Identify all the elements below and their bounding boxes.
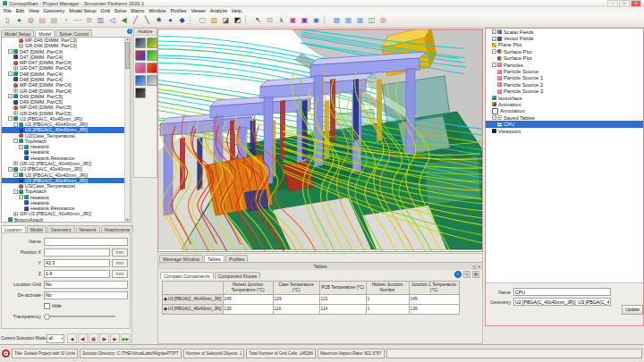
expander-icon[interactable]: − xyxy=(13,173,18,177)
magenta-cube-icon[interactable]: ▣ xyxy=(287,15,299,26)
panel-tab-profiles[interactable]: Profiles xyxy=(225,255,248,262)
viz-tree-item-vector-fields[interactable]: +Vector Fields xyxy=(486,35,643,41)
name-input[interactable] xyxy=(44,238,128,246)
expander-icon[interactable]: − xyxy=(8,167,13,172)
prop-tab-geometry[interactable]: Geometry xyxy=(47,225,75,232)
position-x-input[interactable] xyxy=(44,248,110,257)
viz-tree-item-scalar-fields[interactable]: +Scalar Fields xyxy=(486,29,643,35)
chart-icon[interactable]: ◎ xyxy=(463,271,470,278)
y-input[interactable] xyxy=(44,259,110,267)
expander-icon[interactable]: − xyxy=(8,72,13,76)
panel-menu-icon[interactable]: ▾ xyxy=(479,265,480,269)
paste-icon[interactable]: ▥ xyxy=(95,15,106,26)
viz-tree-item-viewpoint[interactable]: Viewpoint xyxy=(486,128,643,134)
grid-view-2-icon[interactable]: ▦ xyxy=(343,15,354,26)
transparency-slider[interactable] xyxy=(44,316,115,317)
sync-icon[interactable]: ◔ xyxy=(60,15,72,26)
tab-model-setup[interactable]: Model Setup xyxy=(1,29,34,37)
texture-plot-icon[interactable] xyxy=(135,38,146,48)
mute-icon[interactable]: ◁ xyxy=(106,15,118,26)
menu-help[interactable]: Help xyxy=(232,8,242,13)
menu-model-setup[interactable]: Model Setup xyxy=(69,8,96,13)
viz-tree-item-isosurface[interactable]: Isosurface xyxy=(486,95,643,101)
viewport-3d[interactable] xyxy=(157,29,483,252)
viz-tree-item-surface-plot[interactable]: −Surface Plot xyxy=(486,48,643,55)
export-table-icon[interactable]: ▦ xyxy=(472,271,479,278)
expander-icon[interactable]: − xyxy=(8,94,13,98)
table-row[interactable]: ◆U2 [PBGA(C_40x40mm_JR)]1451291211145 xyxy=(163,295,460,305)
menu-viewer[interactable]: Viewer xyxy=(191,8,205,13)
tree-scrollbar[interactable]: ▲▼ xyxy=(124,38,130,222)
jump-start-button[interactable]: ◀| xyxy=(78,333,88,343)
viz-tree-item-annotation[interactable]: Annotation xyxy=(486,108,643,114)
table-row[interactable]: ◆U3 [PBGA(C_40x40mm_JR)]1361161141136 xyxy=(163,305,460,315)
viz-tree-item-particle-source-1[interactable]: Particle Source 1 xyxy=(486,75,643,81)
draw-icon[interactable]: ╱ xyxy=(130,15,141,26)
expander-icon[interactable]: − xyxy=(13,122,18,127)
viz-tree-item-plane-plot[interactable]: Plane Plot xyxy=(486,42,643,48)
viz-tree-item-particles[interactable]: −Particles xyxy=(486,62,643,68)
panel-tab-tables[interactable]: Tables xyxy=(204,255,225,262)
expander-icon[interactable]: − xyxy=(8,49,13,54)
menu-file[interactable]: File xyxy=(4,8,12,13)
subtab-compact-components[interactable]: Compact Components xyxy=(160,272,214,279)
open-project-icon[interactable]: ● xyxy=(13,15,25,26)
expander-icon[interactable]: − xyxy=(492,115,496,120)
viz-tree-item-cpu[interactable]: CPU xyxy=(486,121,643,127)
particle-plot-icon[interactable] xyxy=(135,63,146,73)
viz-tree-item-animation[interactable]: Animation xyxy=(486,101,643,107)
prop-tab-network[interactable]: Network xyxy=(76,225,100,232)
selection-mode-dropdown[interactable]: all ▾ xyxy=(47,334,64,343)
menu-analyze[interactable]: Analyze xyxy=(210,8,227,13)
surface-plot-icon[interactable] xyxy=(135,50,146,61)
viz-tree-item-particle-source-3[interactable]: Particle Source 3 xyxy=(486,88,643,95)
probe-icon[interactable] xyxy=(135,88,146,98)
prop-tab-model[interactable]: Model xyxy=(27,225,47,232)
step-forward-button[interactable]: ▶ xyxy=(110,333,120,343)
update-button[interactable]: Update xyxy=(622,305,643,315)
minimize-button[interactable]: ─ xyxy=(607,0,618,7)
menu-macro[interactable]: Macro xyxy=(131,8,144,13)
cursor-icon[interactable]: ↖ xyxy=(252,15,264,26)
maximize-button[interactable]: □ xyxy=(619,0,630,7)
grid-view-icon[interactable]: ▦ xyxy=(331,15,343,26)
subtab-component-fluxes[interactable]: Component Fluxes xyxy=(215,272,261,279)
close-button[interactable]: ✕ xyxy=(631,0,641,7)
save-project-icon[interactable]: ◍ xyxy=(25,15,37,26)
target-icon[interactable]: ◎ xyxy=(377,15,389,26)
panel-tab-message-window[interactable]: Message Window xyxy=(159,255,203,262)
overlay-icon[interactable]: ◫ xyxy=(366,15,377,26)
viz-tree-item-surface-plot[interactable]: Surface Plot xyxy=(486,55,643,62)
cube-icon[interactable]: ◆ xyxy=(176,15,188,26)
expander-icon[interactable]: − xyxy=(13,189,18,194)
z-input[interactable] xyxy=(44,270,110,278)
expander-icon[interactable]: − xyxy=(492,49,496,54)
menu-window[interactable]: Window xyxy=(148,8,165,13)
zoom-select-icon[interactable]: ⊡ xyxy=(264,15,275,26)
tab-model[interactable]: Model xyxy=(35,29,55,37)
speaker-icon[interactable]: ◀ xyxy=(118,15,130,26)
lambda-icon[interactable]: λ xyxy=(275,15,287,26)
de-activate-input[interactable] xyxy=(44,291,128,299)
menu-solve[interactable]: Solve xyxy=(114,8,127,13)
checkbox-icon[interactable]: ▢ xyxy=(197,15,208,26)
expander-icon[interactable]: + xyxy=(492,29,496,34)
measure-icon[interactable]: ╲ xyxy=(141,15,153,26)
viewport-3d-scene[interactable] xyxy=(158,29,482,251)
dark-view-icon[interactable]: ◩ xyxy=(232,15,243,26)
hide-checkbox[interactable] xyxy=(44,303,50,309)
expander-icon[interactable]: − xyxy=(19,145,23,149)
viz-tree-item-particle-source[interactable]: Particle Source xyxy=(486,68,643,74)
jump-end-button[interactable]: |▶ xyxy=(99,333,109,343)
expander-icon[interactable]: − xyxy=(19,195,23,199)
expander-icon[interactable]: − xyxy=(13,139,18,143)
stop-button[interactable]: ▦ xyxy=(89,333,98,343)
table-name-input[interactable] xyxy=(513,288,611,296)
model-tree-item-bottomattach[interactable]: BottomAttach xyxy=(2,217,130,223)
float-panel-icon[interactable]: ◱ xyxy=(472,265,476,269)
menu-geometry[interactable]: Geometry xyxy=(44,8,65,13)
prop-tab-attachments[interactable]: Attachments xyxy=(101,225,134,232)
viz-tree-item-particle-source-2[interactable]: Particle Source 2 xyxy=(486,81,643,88)
info-icon[interactable]: i xyxy=(127,29,132,34)
violet-cube-icon[interactable]: ▣ xyxy=(299,15,310,26)
